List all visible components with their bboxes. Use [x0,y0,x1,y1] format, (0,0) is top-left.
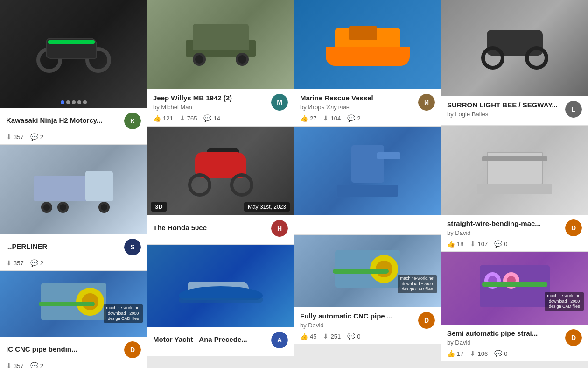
author-row: Motor Yacht - Ana Precede... A [153,332,288,348]
author-avatar[interactable]: M [271,94,288,111]
card-info: Marine Rescue Vessel by Игорь Хлутчин И … [294,89,441,126]
card-kawasaki[interactable]: Kawasaki Ninja H2 Motorcy... K ⬇ 357 💬 2 [0,0,147,145]
author-avatar[interactable]: H [271,220,288,237]
downloads-count: 107 [477,241,488,248]
card-info: Semi automatic pipe strai... by David D … [441,325,588,361]
download-icon: ⬇ [6,133,12,141]
honda-shape [183,143,258,199]
downloads-count: 357 [14,362,24,368]
wb-base [477,184,552,194]
card-jeep[interactable]: Jeep Willys MB 1942 (2) by Michel Man M … [147,0,294,126]
semi-shape [477,263,552,314]
machine-tower [351,145,384,183]
author-row: IC CNC pipe bendin... D [6,341,141,358]
author-avatar[interactable]: K [124,113,141,129]
card-image: machine-world.netdownload +2000design CA… [0,271,147,337]
card-title[interactable]: Semi automatic pipe strai... [447,329,538,337]
card-title[interactable]: Fully automatic CNC pipe ... [300,312,392,320]
card-image: machine-world.netdownload +2000design CA… [441,252,588,325]
card-info: Fully automatic CNC pipe ... by David D … [294,307,441,344]
truck-cab [85,171,113,201]
card-title[interactable]: ...PERLINER [6,242,47,250]
comment-icon: 💬 [203,114,211,122]
truck-wheel-2 [57,202,69,213]
wirebend-visual [441,126,588,215]
comments-count: 2 [40,260,43,267]
stat-comments: 💬 2 [30,259,43,267]
downloads-count: 104 [330,115,341,122]
card-title[interactable]: IC CNC pipe bendin... [6,345,77,353]
stat-comments: 💬 0 [347,333,360,340]
card-author: by Logie Bailes [447,111,558,118]
card-title[interactable]: Marine Rescue Vessel [300,94,373,102]
author-avatar[interactable]: A [271,332,288,348]
card-image [441,126,588,215]
surron-shape [477,25,552,72]
surron-visual [441,0,588,96]
avatar-circle: L [565,101,582,118]
card-superliner[interactable]: ...PERLINER S ⬇ 357 💬 2 [0,145,147,271]
author-avatar[interactable]: S [124,239,141,255]
card-wirebend[interactable]: straight-wire-bending-mac... by David D … [441,126,588,252]
moto-accent [48,40,95,44]
stat-likes: 👍 18 [447,240,463,248]
author-avatar[interactable]: D [124,341,141,358]
avatar-circle: D [418,312,435,329]
card-title[interactable]: Motor Yacht - Ana Precede... [153,335,247,343]
stats-row: ⬇ 357 💬 2 [6,362,141,368]
vessel-shape [326,24,410,66]
card-title[interactable]: SURRON LIGHT BEE / SEGWAY... [447,101,558,109]
author-avatar[interactable]: D [565,329,582,346]
download-icon: ⬇ [180,114,185,122]
card-title[interactable]: Jeep Willys MB 1942 (2) [153,94,232,102]
card-surron[interactable]: SURRON LIGHT BEE / SEGWAY... by Logie Ba… [441,0,588,126]
stats-row: 👍 121 ⬇ 765 💬 14 [153,114,288,122]
card-vessel[interactable]: Marine Rescue Vessel by Игорь Хлутчин И … [294,0,441,126]
author-row: The Honda 50cc H [153,220,288,237]
card-title[interactable]: The Honda 50cc [153,224,207,232]
card-info: SURRON LIGHT BEE / SEGWAY... by Logie Ba… [441,96,588,125]
downloads-count: 765 [187,115,197,122]
truck-shape [34,166,113,213]
stat-comments: 💬 2 [30,362,43,368]
stat-likes: 👍 121 [153,114,173,122]
card-honda[interactable]: 3D May 31st, 2023 The Honda 50cc H [147,126,294,245]
stat-comments: 💬 2 [30,133,43,141]
card-cncpipe-left[interactable]: machine-world.netdownload +2000design CA… [0,271,147,368]
likes-count: 27 [310,115,316,122]
likes-count: 17 [457,350,463,357]
card-title[interactable]: straight-wire-bending-mac... [447,219,541,227]
comment-icon: 💬 [30,259,38,267]
machine-arm [377,152,400,159]
stats-row: ⬇ 357 💬 2 [6,259,141,267]
yacht-visual [147,245,294,327]
honda-wheel-back [188,173,211,197]
card-image [294,0,441,89]
card-title[interactable]: Kawasaki Ninja H2 Motorcy... [6,116,102,124]
card-fully-cnc[interactable]: machine-world.netdownload +2000design CA… [294,234,441,344]
like-icon: 👍 [447,240,455,248]
watermark: machine-world.netdownload +2000design CA… [545,292,584,311]
comments-count: 0 [357,333,360,340]
card-yacht[interactable]: Motor Yacht - Ana Precede... A [147,245,294,356]
cnc-body-shape [330,246,405,297]
avatar-circle: И [418,94,435,111]
stats-row: 👍 45 ⬇ 251 💬 0 [300,333,435,340]
stats-row: 👍 18 ⬇ 107 💬 0 [447,240,582,248]
card-semiauto[interactable]: machine-world.netdownload +2000design CA… [441,252,588,361]
card-image: machine-world.netdownload +2000design CA… [294,235,441,307]
card-info: straight-wire-bending-mac... by David D … [441,215,588,251]
downloads-count: 251 [330,333,341,340]
jeep-shape [183,24,258,66]
like-icon: 👍 [300,114,308,122]
honda-wheel-front [230,173,253,197]
author-avatar[interactable]: L [565,101,582,118]
semiauto-visual [441,252,588,325]
stat-downloads: ⬇ 107 [470,240,488,248]
author-avatar[interactable]: D [565,219,582,236]
author-avatar[interactable]: И [418,94,435,111]
comment-icon: 💬 [347,114,355,122]
card-blockmachine[interactable] [294,126,441,234]
author-row: SURRON LIGHT BEE / SEGWAY... by Logie Ba… [447,101,582,118]
author-avatar[interactable]: D [418,312,435,329]
